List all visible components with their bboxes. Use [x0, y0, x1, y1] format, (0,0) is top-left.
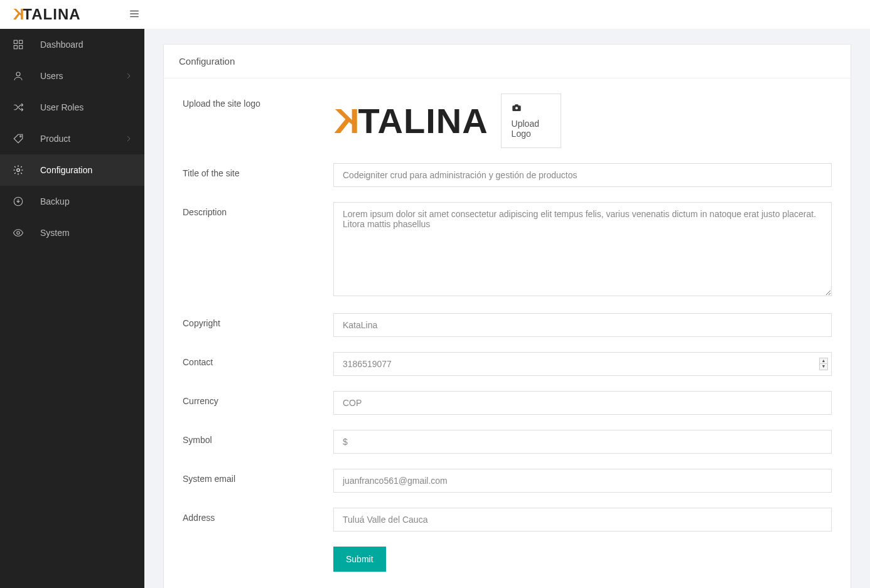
title-input[interactable]	[333, 163, 832, 187]
svg-rect-1	[19, 40, 23, 43]
label-symbol: Symbol	[183, 430, 333, 445]
configuration-panel: Configuration Upload the site logo K TAL…	[163, 44, 851, 588]
gear-icon	[13, 164, 24, 176]
contact-input[interactable]	[333, 352, 832, 376]
sidebar-item-label: User Roles	[40, 102, 132, 112]
label-email: System email	[183, 469, 333, 484]
svg-point-9	[515, 107, 518, 109]
sidebar-item-dashboard[interactable]: Dashboard	[0, 29, 144, 60]
tag-icon	[13, 133, 24, 144]
camera-icon	[512, 103, 550, 114]
panel-title: Configuration	[164, 45, 851, 78]
hamburger-icon	[129, 8, 140, 19]
upload-logo-label: Upload Logo	[512, 119, 550, 139]
label-description: Description	[183, 202, 333, 217]
logo-k-glyph: K	[13, 6, 24, 23]
label-copyright: Copyright	[183, 313, 333, 328]
sidebar-item-label: System	[40, 228, 132, 238]
spinner-down-icon[interactable]: ▼	[820, 364, 827, 370]
sidebar-item-user-roles[interactable]: User Roles	[0, 92, 144, 123]
brand-text: TALINA	[23, 6, 80, 23]
content-area: Configuration Upload the site logo K TAL…	[144, 29, 870, 588]
description-textarea[interactable]: Lorem ipsum dolor sit amet consectetur a…	[333, 202, 832, 296]
grid-icon	[13, 39, 24, 50]
label-title: Title of the site	[183, 163, 333, 178]
download-icon	[13, 196, 24, 207]
sidebar-item-label: Configuration	[40, 165, 132, 175]
sidebar-item-backup[interactable]: Backup	[0, 186, 144, 217]
svg-point-4	[16, 72, 20, 76]
upload-logo-button[interactable]: Upload Logo	[501, 94, 561, 148]
shuffle-icon	[13, 102, 24, 113]
sidebar-item-label: Users	[40, 71, 126, 81]
logo-k-glyph: K	[333, 104, 359, 139]
sidebar-item-label: Dashboard	[40, 40, 132, 50]
logo-preview: K TALINA	[333, 94, 488, 148]
symbol-input[interactable]	[333, 430, 832, 454]
chevron-right-icon	[126, 134, 132, 144]
eye-icon	[13, 227, 24, 238]
number-spinner[interactable]: ▲ ▼	[819, 358, 828, 370]
sidebar-item-users[interactable]: Users	[0, 60, 144, 92]
svg-point-5	[20, 136, 21, 137]
svg-rect-3	[19, 46, 23, 49]
sidebar-item-configuration[interactable]: Configuration	[0, 154, 144, 186]
svg-rect-0	[14, 40, 17, 43]
sidebar: Dashboard Users User Roles Product	[0, 29, 144, 588]
chevron-right-icon	[126, 71, 132, 81]
label-address: Address	[183, 508, 333, 523]
sidebar-item-label: Product	[40, 134, 126, 144]
address-input[interactable]	[333, 508, 832, 532]
menu-toggle-button[interactable]	[129, 8, 140, 21]
logo-preview-text: TALINA	[358, 104, 488, 139]
label-currency: Currency	[183, 391, 333, 406]
svg-point-6	[17, 169, 20, 172]
svg-rect-2	[14, 46, 17, 49]
copyright-input[interactable]	[333, 313, 832, 337]
label-contact: Contact	[183, 352, 333, 367]
user-icon	[13, 70, 24, 82]
spinner-up-icon[interactable]: ▲	[820, 358, 827, 364]
currency-input[interactable]	[333, 391, 832, 415]
sidebar-item-label: Backup	[40, 196, 132, 206]
email-input[interactable]	[333, 469, 832, 493]
label-upload-logo: Upload the site logo	[183, 94, 333, 109]
sidebar-item-system[interactable]: System	[0, 217, 144, 249]
brand-logo: K TALINA	[13, 6, 81, 23]
topbar: K TALINA	[0, 0, 870, 29]
sidebar-item-product[interactable]: Product	[0, 123, 144, 154]
svg-point-8	[17, 232, 20, 235]
submit-button[interactable]: Submit	[333, 547, 386, 572]
